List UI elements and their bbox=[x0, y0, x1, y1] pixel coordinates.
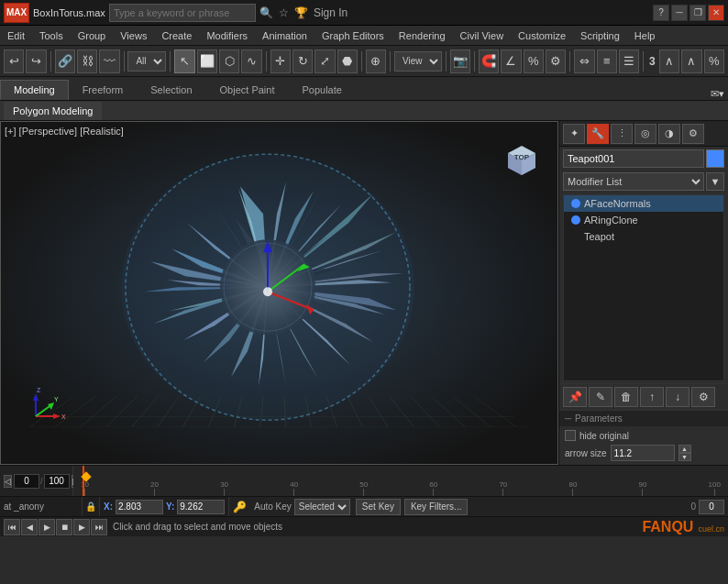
stop-btn[interactable]: ⏹ bbox=[56, 519, 72, 535]
modify-panel-btn[interactable]: 🔧 bbox=[587, 124, 609, 144]
menu-tools[interactable]: Tools bbox=[32, 26, 71, 46]
total-frame-input[interactable] bbox=[44, 474, 70, 489]
star-icon[interactable]: ☆ bbox=[279, 6, 289, 19]
selected-dropdown[interactable]: Selected All bbox=[294, 499, 350, 515]
undo-button[interactable]: ↩ bbox=[4, 50, 24, 73]
restore-button[interactable]: ❐ bbox=[689, 5, 706, 21]
modifier-item-teapot[interactable]: Teapot bbox=[564, 228, 723, 245]
go-end-btn[interactable]: ⏭ bbox=[91, 519, 107, 535]
motion-panel-btn[interactable]: ◎ bbox=[634, 124, 656, 144]
scale-type-button[interactable]: ⬣ bbox=[337, 50, 358, 73]
percent-snap-button[interactable]: % bbox=[524, 50, 544, 73]
go-start-btn[interactable]: ⏮ bbox=[4, 519, 20, 535]
create-panel-btn[interactable]: ✦ bbox=[563, 124, 585, 144]
select-button[interactable]: ↖ bbox=[174, 50, 194, 73]
extra-btn3[interactable]: % bbox=[704, 50, 724, 73]
display-panel-btn[interactable]: ◑ bbox=[658, 124, 680, 144]
object-name-input[interactable] bbox=[563, 149, 704, 168]
minimize-button[interactable]: ─ bbox=[671, 5, 688, 21]
reference-button[interactable]: ⊕ bbox=[366, 50, 386, 73]
move-button[interactable]: ✛ bbox=[270, 50, 291, 73]
extra-btn1[interactable]: ∧ bbox=[659, 50, 679, 73]
modifier-item-aring[interactable]: ARingClone bbox=[564, 212, 723, 228]
rotate-button[interactable]: ↻ bbox=[292, 50, 313, 73]
menu-create[interactable]: Create bbox=[154, 26, 199, 46]
set-key-btn[interactable]: Set Key bbox=[356, 499, 401, 515]
tab-selection[interactable]: Selection bbox=[137, 80, 205, 100]
modify-btn[interactable]: ✎ bbox=[589, 387, 612, 407]
snap-button[interactable]: 🧲 bbox=[479, 50, 499, 73]
hide-original-checkbox[interactable] bbox=[565, 430, 576, 441]
menu-group[interactable]: Group bbox=[71, 26, 114, 46]
layer-button[interactable]: ☰ bbox=[619, 50, 639, 73]
menu-rendering[interactable]: Rendering bbox=[392, 26, 453, 46]
link-button[interactable]: 🔗 bbox=[55, 50, 75, 73]
menu-views[interactable]: Views bbox=[113, 26, 154, 46]
modifier-dot bbox=[571, 215, 580, 225]
search-icon[interactable]: 🔍 bbox=[259, 6, 273, 19]
move-down-btn[interactable]: ↓ bbox=[666, 387, 689, 407]
region-select-button[interactable]: ⬜ bbox=[197, 50, 217, 73]
spinner-snap-button[interactable]: ⚙ bbox=[546, 50, 566, 73]
close-button[interactable]: ✕ bbox=[708, 5, 724, 21]
menu-scripting[interactable]: Scripting bbox=[573, 26, 627, 46]
timeline-ticks-area[interactable]: 10 20 30 40 50 60 70 80 90 100 bbox=[73, 466, 728, 496]
modifier-list-arrow[interactable]: ▼ bbox=[706, 172, 724, 191]
tab-populate[interactable]: Populate bbox=[288, 80, 355, 100]
lasso-select-button[interactable]: ∿ bbox=[241, 50, 261, 73]
fence-select-button[interactable]: ⬡ bbox=[219, 50, 239, 73]
search-input[interactable] bbox=[109, 4, 256, 22]
view-dropdown[interactable]: View bbox=[394, 51, 442, 72]
redo-button[interactable]: ↪ bbox=[26, 50, 46, 73]
tab-freeform[interactable]: Freeform bbox=[69, 80, 138, 100]
menu-help[interactable]: Help bbox=[627, 26, 663, 46]
configure-btn[interactable]: ⚙ bbox=[691, 387, 715, 407]
unlink-button[interactable]: ⛓ bbox=[77, 50, 97, 73]
next-key-btn[interactable]: ▶ bbox=[73, 519, 90, 535]
viewport[interactable]: [+] [Perspective] [Realistic] bbox=[0, 121, 558, 465]
tab-extras[interactable]: ✉▾ bbox=[707, 88, 728, 100]
delete-modifier-btn[interactable]: 🗑 bbox=[614, 387, 638, 407]
x-coord-input[interactable] bbox=[116, 500, 163, 514]
spinner-down-btn[interactable]: ▼ bbox=[678, 453, 691, 461]
pin-btn[interactable]: 📌 bbox=[563, 387, 587, 407]
sub-tab-polygon-modeling[interactable]: Polygon Modeling bbox=[4, 102, 102, 120]
menu-graph-editors[interactable]: Graph Editors bbox=[314, 26, 392, 46]
filter-dropdown[interactable]: All bbox=[127, 51, 166, 72]
bind-button[interactable]: 〰 bbox=[99, 50, 119, 73]
modifier-item-aface[interactable]: AFaceNormals bbox=[564, 195, 723, 212]
move-up-btn[interactable]: ↑ bbox=[640, 387, 664, 407]
tab-object-paint[interactable]: Object Paint bbox=[206, 80, 289, 100]
utilities-panel-btn[interactable]: ⚙ bbox=[682, 124, 704, 144]
key-filters-btn[interactable]: Key Filters... bbox=[404, 499, 469, 515]
camera-button[interactable]: 📷 bbox=[450, 50, 470, 73]
menu-bar: Edit Tools Group Views Create Modifiers … bbox=[0, 26, 728, 46]
prev-key-btn[interactable]: ◀ bbox=[21, 519, 38, 535]
y-coord-input[interactable] bbox=[177, 500, 225, 514]
modifier-list-dropdown[interactable]: Modifier List bbox=[563, 172, 704, 191]
scale-button[interactable]: ⤢ bbox=[314, 50, 335, 73]
help-button[interactable]: ? bbox=[653, 5, 669, 21]
prev-frame-btn[interactable]: ◁ bbox=[4, 475, 12, 488]
align-button[interactable]: ≡ bbox=[597, 50, 617, 73]
angle-snap-button[interactable]: ∠ bbox=[501, 50, 521, 73]
mirror-button[interactable]: ⇔ bbox=[574, 50, 594, 73]
params-collapse-icon[interactable]: ─ bbox=[565, 413, 571, 424]
menu-customize[interactable]: Customize bbox=[511, 26, 573, 46]
arrow-size-input[interactable] bbox=[611, 445, 675, 461]
hierarchy-panel-btn[interactable]: ⋮ bbox=[611, 124, 633, 144]
user-icon[interactable]: Sign In bbox=[314, 6, 347, 19]
menu-edit[interactable]: Edit bbox=[0, 26, 32, 46]
play-btn[interactable]: ▶ bbox=[39, 519, 55, 535]
current-frame-input[interactable] bbox=[14, 474, 39, 489]
tab-modeling[interactable]: Modeling bbox=[0, 80, 69, 100]
spinner-up-btn[interactable]: ▲ bbox=[678, 445, 691, 453]
menu-civil-view[interactable]: Civil View bbox=[453, 26, 511, 46]
orientation-cube[interactable]: TOP bbox=[493, 129, 550, 188]
object-color-swatch[interactable] bbox=[706, 149, 724, 168]
menu-modifiers[interactable]: Modifiers bbox=[199, 26, 255, 46]
frame-number-input[interactable] bbox=[699, 500, 724, 514]
lock-icon[interactable]: 🔒 bbox=[85, 501, 96, 512]
menu-animation[interactable]: Animation bbox=[255, 26, 314, 46]
extra-btn2[interactable]: ∧ bbox=[681, 50, 701, 73]
